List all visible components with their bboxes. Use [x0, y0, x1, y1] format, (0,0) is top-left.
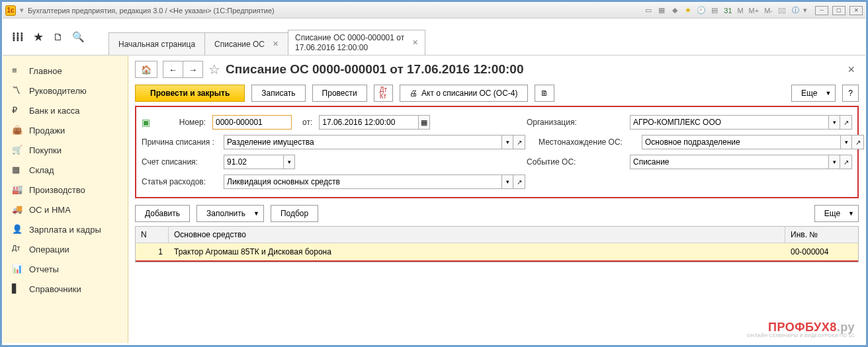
event-label: Событие ОС: — [527, 157, 626, 167]
sidebar-item-salary[interactable]: 👤 Зарплата и кадры — [3, 219, 128, 239]
date-input[interactable] — [319, 115, 418, 130]
dropdown-button[interactable]: ▾ — [501, 135, 513, 149]
content-area: 🏠 ← → ☆ Списание ОС 0000-000001 от 17.06… — [128, 56, 865, 343]
col-inv-header[interactable]: Инв. № — [785, 227, 858, 243]
forward-button[interactable]: → — [183, 61, 203, 78]
post-and-close-button[interactable]: Провести и закрыть — [135, 85, 245, 102]
open-ref-button[interactable] — [840, 155, 852, 169]
m-button[interactable]: M — [736, 7, 744, 15]
sidebar-item-label: Производство — [29, 185, 85, 195]
back-button[interactable]: ← — [163, 61, 183, 78]
number-input[interactable] — [212, 115, 292, 130]
sections-icon[interactable]: ⁞⁞⁞ — [12, 30, 24, 44]
tool-icon[interactable]: ▦ — [656, 5, 667, 16]
more-label: Еще — [801, 89, 817, 98]
account-label: Счет списания: — [142, 157, 220, 167]
calendar-button[interactable] — [418, 115, 430, 130]
favorites-icon[interactable]: ★ — [33, 30, 44, 44]
calendar-icon[interactable]: 31 — [722, 5, 733, 16]
sidebar-item-directories[interactable]: ▋ Справочники — [3, 279, 128, 299]
minimize-button[interactable]: ─ — [815, 6, 828, 15]
sidebar-item-purchases[interactable]: 🛒 Покупки — [3, 140, 128, 160]
sidebar-item-bank[interactable]: ₽ Банк и касса — [3, 100, 128, 120]
article-input[interactable] — [224, 174, 501, 189]
table-command-bar: Добавить Заполнить ▼ Подбор Еще ▼ — [135, 205, 859, 222]
history-icon[interactable]: 🕘 — [696, 5, 707, 16]
org-input[interactable] — [630, 115, 828, 130]
favorite-star-icon[interactable]: ☆ — [208, 61, 220, 77]
truck-icon: 🚚 — [12, 204, 22, 215]
sidebar-item-production[interactable]: 🏭 Производство — [3, 180, 128, 200]
tab-close-icon[interactable]: ✕ — [412, 38, 418, 47]
command-bar: Провести и закрыть Записать Провести ДтК… — [135, 85, 859, 102]
m-plus-button[interactable]: M+ — [748, 7, 761, 15]
maximize-button[interactable]: ▢ — [832, 6, 846, 15]
tabs-bar: Начальная страница Списание ОС ✕ Списани… — [108, 19, 425, 55]
sidebar-item-assets[interactable]: 🚚 ОС и НМА — [3, 200, 128, 219]
favorite-icon[interactable]: ★ — [683, 5, 693, 16]
fill-button[interactable]: Заполнить ▼ — [196, 205, 264, 222]
tool-icon[interactable]: ▭ — [643, 5, 654, 16]
sidebar-item-main[interactable]: ≡ Главное — [3, 61, 128, 81]
account-input[interactable] — [224, 155, 283, 169]
help-button[interactable]: ? — [842, 85, 859, 102]
tool-icon[interactable]: ◆ — [670, 5, 680, 16]
location-input[interactable] — [642, 135, 840, 149]
menu-icon: ≡ — [12, 65, 22, 76]
dropdown-button[interactable]: ▾ — [828, 155, 840, 169]
sidebar: ≡ Главное 〽 Руководителю ₽ Банк и касса … — [3, 56, 128, 343]
reason-label: Причина списания : — [142, 137, 220, 147]
col-name-header[interactable]: Основное средство — [169, 227, 785, 243]
top-tools: ⁞⁞⁞ ★ 🗋 🔍 — [3, 19, 108, 55]
event-input[interactable] — [630, 155, 828, 169]
cell-inv: 00-000004 — [785, 243, 858, 260]
dropdown-button[interactable]: ▾ — [501, 174, 513, 189]
more-button[interactable]: Еще ▼ — [791, 85, 836, 102]
tab-writeoff-list[interactable]: Списание ОС ✕ — [204, 32, 288, 55]
windows-icon[interactable]: ▯▯ — [777, 5, 787, 16]
sidebar-item-operations[interactable]: Дт Операции — [3, 239, 128, 259]
open-ref-button[interactable] — [852, 135, 864, 149]
print-act-button[interactable]: 🖨 Акт о списании ОС (ОС-4) — [400, 85, 527, 102]
calc-icon[interactable]: ▤ — [709, 5, 720, 16]
dropdown-button[interactable]: ▾ — [828, 115, 840, 130]
home-button[interactable]: 🏠 — [135, 61, 157, 78]
print-act-label: Акт о списании ОС (ОС-4) — [421, 89, 517, 98]
dropdown-button[interactable]: ▾ — [283, 155, 295, 169]
sidebar-item-reports[interactable]: 📊 Отчеты — [3, 259, 128, 279]
col-n-header[interactable]: N — [136, 227, 169, 243]
search-icon[interactable]: 🔍 — [72, 31, 85, 43]
sidebar-item-warehouse[interactable]: ▦ Склад — [3, 160, 128, 180]
post-button[interactable]: Провести — [312, 85, 367, 102]
table-row[interactable]: 1 Трактор Агромаш 85ТК и Дисковая борона… — [136, 243, 858, 260]
ops-icon: Дт — [12, 244, 22, 254]
attachment-button[interactable]: 🗎 — [535, 85, 554, 102]
sidebar-item-manager[interactable]: 〽 Руководителю — [3, 81, 128, 100]
table-more-button[interactable]: Еще ▼ — [814, 205, 859, 222]
close-page-button[interactable]: × — [844, 63, 859, 77]
tab-start-page[interactable]: Начальная страница — [108, 32, 205, 55]
reason-input[interactable] — [224, 135, 501, 149]
info-dropdown[interactable]: ▾ — [803, 6, 807, 15]
write-button[interactable]: Записать — [251, 85, 305, 102]
dtkt-button[interactable]: ДтКт — [374, 85, 393, 102]
clipboard-icon[interactable]: 🗋 — [53, 31, 63, 42]
add-button[interactable]: Добавить — [135, 205, 190, 222]
open-ref-button[interactable] — [513, 135, 525, 149]
tab-writeoff-doc[interactable]: Списание ОС 0000-000001 от 17.06.2016 12… — [288, 30, 425, 55]
sidebar-item-sales[interactable]: 👜 Продажи — [3, 120, 128, 140]
m-minus-button[interactable]: M- — [763, 7, 774, 15]
select-button[interactable]: Подбор — [271, 205, 318, 222]
number-label: Номер: — [158, 118, 208, 127]
dropdown-button[interactable]: ▾ — [840, 135, 852, 149]
sidebar-item-label: Продажи — [29, 126, 65, 135]
tab-label: Списание ОС — [214, 40, 265, 49]
assets-table: N Основное средство Инв. № 1 Трактор Агр… — [135, 226, 859, 262]
app-menu-dropdown[interactable]: ▾ — [20, 6, 24, 15]
close-window-button[interactable]: ✕ — [849, 6, 863, 15]
open-ref-button[interactable] — [513, 174, 525, 189]
info-icon[interactable]: ⓘ — [790, 5, 801, 16]
tab-close-icon[interactable]: ✕ — [273, 40, 279, 48]
posted-status-icon: ▣ — [142, 117, 150, 128]
open-ref-button[interactable] — [840, 115, 852, 130]
